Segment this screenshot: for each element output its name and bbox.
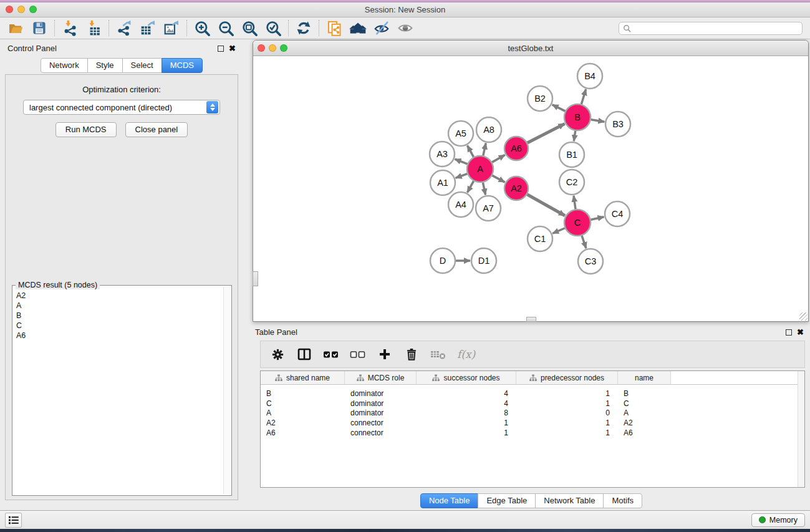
graph-edge-A-A4[interactable] (468, 181, 474, 192)
graph-node-C3[interactable]: C3 (578, 249, 603, 274)
graph-node-B3[interactable]: B3 (605, 112, 630, 137)
table-cell[interactable]: 1 (417, 418, 516, 428)
tab-mcds[interactable]: MCDS (162, 58, 203, 73)
graph-node-C4[interactable]: C4 (605, 201, 630, 226)
network-canvas[interactable]: B4B2BB3A5A8A6A3B1AA1C2A2A4A7C4CC1C3DD1 (253, 56, 808, 321)
window-resize-grip[interactable] (799, 312, 808, 321)
result-scrollbar[interactable] (223, 287, 230, 494)
result-item[interactable]: C (16, 321, 220, 331)
import-table-button[interactable] (82, 19, 105, 37)
column-header-shared-name[interactable]: shared name (261, 371, 345, 385)
result-item[interactable]: A6 (16, 331, 220, 341)
graph-node-A6[interactable]: A6 (504, 137, 528, 160)
table-cell[interactable]: 1 (516, 389, 618, 399)
graph-node-A5[interactable]: A5 (448, 121, 473, 146)
table-cell[interactable]: B (618, 389, 671, 399)
graph-edge-A-A1[interactable] (456, 174, 468, 178)
graph-node-A[interactable]: A (467, 156, 493, 182)
network-window-titlebar[interactable]: testGlobe.txt (253, 41, 808, 56)
graph-node-C[interactable]: C (564, 210, 591, 236)
graph-node-D[interactable]: D (430, 248, 455, 273)
hide-panels-button[interactable] (370, 19, 393, 37)
graph-node-A1[interactable]: A1 (430, 170, 455, 195)
close-panel-button[interactable]: Close panel (125, 122, 188, 137)
table-cell[interactable]: 4 (417, 399, 516, 409)
graph-edge-A-A3[interactable] (455, 159, 467, 164)
export-image-button[interactable] (160, 19, 183, 37)
table-cell[interactable]: A6 (261, 428, 345, 438)
mcds-result-list[interactable]: A2ABCA6 (14, 287, 223, 494)
graph-edge-A-A7[interactable] (483, 183, 485, 195)
graph-node-B2[interactable]: B2 (528, 86, 552, 111)
show-column-panel-button[interactable] (296, 346, 312, 362)
graph-node-B1[interactable]: B1 (559, 142, 584, 167)
graph-edge-C-C2[interactable] (574, 196, 576, 209)
export-table-button[interactable] (136, 19, 160, 37)
column-header-MCDS-role[interactable]: MCDS role (345, 371, 417, 385)
graph-edge-B-B3[interactable] (591, 120, 605, 122)
show-panels-button[interactable] (393, 19, 417, 37)
open-session-button[interactable] (4, 19, 27, 37)
graph-edge-A-A6[interactable] (492, 155, 505, 162)
graph-node-C1[interactable]: C1 (528, 226, 552, 251)
table-cell[interactable]: 4 (417, 389, 516, 399)
graph-edge-B-B4[interactable] (581, 89, 586, 104)
table-row[interactable]: Cdominator41C (261, 399, 804, 409)
close-table-panel-icon[interactable]: ✖ (797, 329, 804, 336)
graph-node-A4[interactable]: A4 (448, 192, 473, 217)
table-row[interactable]: Adominator80A (261, 408, 804, 418)
search-field[interactable] (619, 22, 803, 35)
save-session-button[interactable] (27, 19, 51, 37)
delete-column-button[interactable] (403, 346, 420, 362)
table-cell[interactable]: 1 (516, 428, 618, 438)
graph-edge-B-B2[interactable] (552, 105, 566, 111)
float-panel-icon[interactable] (218, 46, 224, 52)
birdseye-handle-bottom[interactable] (526, 317, 536, 322)
close-panel-icon[interactable]: ✖ (229, 46, 236, 52)
graph-edge-A-A5[interactable] (468, 145, 474, 157)
graph-edge-A-A2[interactable] (492, 175, 504, 182)
column-header-successor-nodes[interactable]: successor nodes (417, 371, 516, 385)
tab-style[interactable]: Style (87, 58, 123, 73)
result-item[interactable]: A2 (16, 291, 220, 301)
tab-edge-table[interactable]: Edge Table (478, 493, 536, 508)
zoom-out-button[interactable] (214, 19, 238, 37)
network-minimize-button[interactable] (269, 44, 276, 52)
graph-node-A2[interactable]: A2 (504, 177, 528, 200)
network-close-button[interactable] (258, 44, 265, 52)
export-network-button[interactable] (112, 19, 136, 37)
zoom-fit-button[interactable] (238, 19, 261, 37)
zoom-selected-button[interactable] (261, 19, 285, 37)
table-cell[interactable]: 8 (417, 408, 516, 418)
table-cell[interactable]: dominator (345, 389, 417, 399)
tab-node-table[interactable]: Node Table (420, 493, 479, 508)
float-table-panel-icon[interactable] (786, 329, 792, 336)
table-cell[interactable]: C (618, 399, 671, 409)
graph-node-A7[interactable]: A7 (476, 196, 501, 221)
tab-motifs[interactable]: Motifs (603, 493, 642, 508)
table-scrollbar[interactable] (798, 371, 804, 487)
graph-node-A8[interactable]: A8 (476, 117, 501, 142)
graph-node-D1[interactable]: D1 (471, 248, 496, 273)
zoom-window-button[interactable] (29, 6, 37, 13)
search-input[interactable] (634, 24, 798, 32)
graph-edge-A6-B[interactable] (528, 123, 565, 142)
table-settings-button[interactable] (269, 346, 286, 362)
graph-edge-B-B1[interactable] (574, 131, 575, 141)
table-cell[interactable]: A6 (618, 428, 671, 438)
tab-network-table[interactable]: Network Table (535, 493, 604, 508)
select-all-button[interactable] (323, 346, 339, 362)
network-zoom-button[interactable] (280, 44, 287, 52)
graph-node-B[interactable]: B (564, 104, 591, 130)
table-cell[interactable]: C (261, 399, 345, 409)
table-cell[interactable]: B (261, 389, 345, 399)
network-graph[interactable]: B4B2BB3A5A8A6A3B1AA1C2A2A4A7C4CC1C3DD1 (253, 56, 808, 321)
deselect-all-button[interactable] (350, 346, 366, 362)
table-cell[interactable]: connector (345, 418, 417, 428)
column-header-predecessor-nodes[interactable]: predecessor nodes (516, 371, 618, 385)
table-cell[interactable]: 1 (516, 418, 618, 428)
home-layout-button[interactable] (346, 19, 370, 37)
memory-button[interactable]: Memory (751, 513, 805, 527)
run-mcds-button[interactable]: Run MCDS (55, 122, 117, 137)
graph-edge-C-C4[interactable] (591, 217, 604, 220)
